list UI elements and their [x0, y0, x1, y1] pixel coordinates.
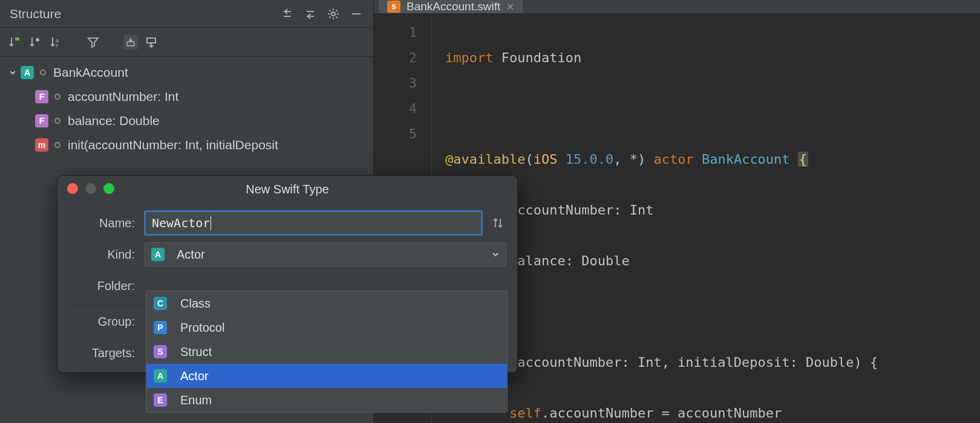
actor-badge: A: [151, 248, 165, 261]
line-number: 1: [374, 20, 417, 45]
minimize-window-icon[interactable]: [85, 183, 96, 194]
structure-toolbar: az: [0, 28, 373, 57]
keyword: import: [445, 50, 493, 65]
close-window-icon[interactable]: [67, 183, 78, 194]
punct: , *: [613, 152, 638, 167]
tree-node-root[interactable]: A BankAccount: [0, 60, 373, 85]
dropdown-item-actor[interactable]: A Actor: [146, 364, 507, 388]
option-label: Actor: [180, 369, 209, 383]
type: BankAccount: [702, 152, 790, 167]
chevron-down-icon[interactable]: [8, 68, 21, 77]
combo-value: Actor: [177, 248, 205, 262]
svg-point-2: [36, 38, 39, 42]
code-text: (accountNumber: Int, initialDeposit: Dou…: [509, 355, 878, 370]
enum-badge: E: [154, 393, 167, 407]
node-label: balance: Double: [68, 114, 160, 128]
option-label: Struct: [180, 345, 212, 359]
actor-badge: A: [21, 66, 34, 79]
code-text: accountNumber:: [501, 202, 630, 218]
group-label: Group:: [68, 315, 135, 329]
chevron-down-icon: [491, 250, 500, 259]
new-swift-type-dialog: New Swift Type Name: NewActor Kind: A Ac…: [57, 175, 518, 373]
tree-node-method[interactable]: m init(accountNumber: Int, initialDeposi…: [0, 133, 373, 157]
text-cursor: [211, 216, 211, 230]
node-label: BankAccount: [53, 65, 128, 80]
keyword: self: [509, 405, 541, 421]
expand-all-icon[interactable]: [280, 7, 295, 21]
structure-tree: A BankAccount F accountNumber: Int F bal…: [0, 57, 373, 157]
tab-filename: BankAccount.swift: [407, 0, 500, 13]
swift-file-icon: S: [387, 1, 400, 13]
visibility-icon: [54, 142, 60, 148]
line-number: 4: [374, 96, 417, 121]
name-label: Name:: [68, 216, 135, 230]
kind-combobox[interactable]: A Actor: [145, 242, 506, 266]
line-number: 2: [374, 45, 417, 71]
svg-rect-5: [127, 42, 134, 46]
maximize-window-icon[interactable]: [103, 183, 114, 194]
protocol-badge: P: [154, 321, 167, 334]
line-number: 3: [374, 71, 417, 96]
sort-type-icon[interactable]: [28, 35, 42, 50]
type: Double: [581, 253, 629, 268]
dropdown-item-struct[interactable]: S Struct: [146, 340, 507, 364]
visibility-icon: [54, 94, 60, 100]
dropdown-item-protocol[interactable]: P Protocol: [146, 315, 507, 340]
sort-toggle-icon[interactable]: [492, 217, 506, 229]
kind-dropdown: C Class P Protocol S Struct A Actor E En…: [146, 291, 508, 413]
kind-label: Kind:: [68, 248, 135, 262]
identifier: Foundation: [493, 50, 581, 65]
class-badge: C: [154, 297, 167, 310]
brace: {: [798, 152, 808, 167]
option-label: Protocol: [180, 321, 224, 335]
actor-badge: A: [154, 369, 167, 383]
punct: (: [525, 152, 533, 167]
svg-point-0: [332, 12, 335, 16]
type: Int: [630, 202, 654, 218]
svg-rect-1: [15, 37, 19, 40]
option-label: Enum: [180, 393, 212, 407]
identifier: iOS: [534, 152, 566, 167]
field-badge: F: [35, 90, 48, 103]
node-label: init(accountNumber: Int, initialDeposit: [68, 138, 278, 152]
field-badge: F: [35, 114, 48, 128]
dropdown-item-class[interactable]: C Class: [146, 291, 507, 315]
number: 15.0.0: [566, 152, 613, 167]
line-number: 5: [374, 121, 417, 147]
option-label: Class: [180, 297, 211, 311]
folder-label: Folder:: [68, 279, 135, 293]
svg-text:z: z: [56, 42, 59, 48]
sort-alpha-icon[interactable]: az: [48, 35, 63, 50]
editor-tab[interactable]: S BankAccount.swift ✕: [379, 0, 523, 13]
tree-node-field[interactable]: F balance: Double: [0, 109, 373, 133]
structure-title: Structure: [6, 7, 61, 21]
svg-rect-6: [147, 38, 155, 43]
space: [694, 152, 702, 167]
dialog-titlebar[interactable]: New Swift Type: [57, 176, 517, 202]
struct-badge: S: [154, 345, 167, 358]
filter-icon[interactable]: [86, 35, 100, 50]
targets-label: Targets:: [68, 346, 135, 360]
dialog-title: New Swift Type: [246, 182, 328, 196]
autoscroll-from-source-icon[interactable]: [144, 35, 158, 50]
structure-header: Structure: [0, 0, 373, 28]
input-value: NewActor: [152, 216, 210, 230]
punct: ): [638, 152, 654, 167]
autoscroll-to-source-icon[interactable]: [123, 35, 138, 50]
node-label: accountNumber: Int: [68, 89, 178, 104]
close-icon[interactable]: ✕: [506, 1, 514, 13]
minimize-icon[interactable]: [349, 7, 364, 21]
gear-icon[interactable]: [326, 7, 341, 21]
visibility-icon: [54, 118, 60, 124]
editor-tabbar: S BankAccount.swift ✕: [374, 0, 980, 14]
visibility-icon: [40, 69, 46, 76]
name-input[interactable]: NewActor: [145, 211, 482, 235]
tree-node-field[interactable]: F accountNumber: Int: [0, 85, 373, 109]
method-badge: m: [35, 138, 48, 152]
keyword: actor: [653, 152, 693, 167]
annotation: @available: [445, 152, 525, 167]
code-text: .accountNumber = accountNumber: [541, 405, 782, 421]
collapse-all-icon[interactable]: [303, 7, 318, 21]
dropdown-item-enum[interactable]: E Enum: [146, 388, 507, 412]
sort-visibility-icon[interactable]: [7, 35, 22, 50]
